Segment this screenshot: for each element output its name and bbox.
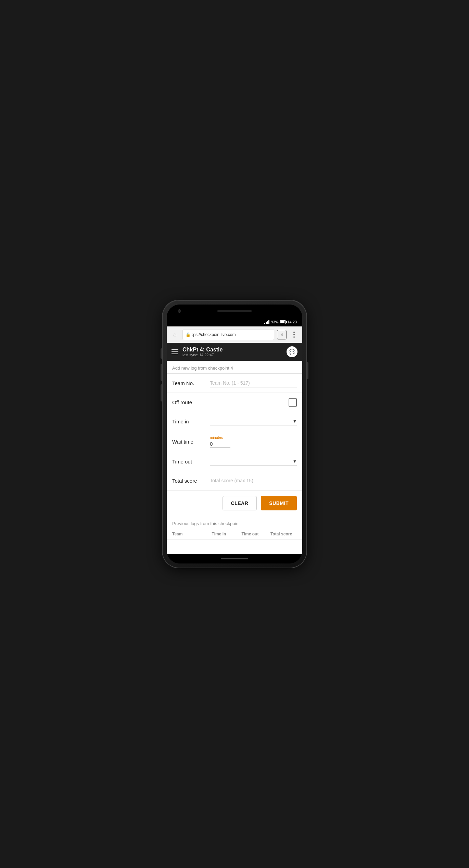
camera-dot (178, 309, 181, 313)
col-time-out: Time out (234, 532, 266, 536)
silent-button[interactable] (161, 384, 162, 401)
wait-time-label: Wait time (172, 439, 210, 445)
volume-up-button[interactable] (161, 348, 162, 359)
browser-tabs-button[interactable]: 4 (277, 330, 287, 339)
total-score-input[interactable] (210, 476, 297, 485)
wait-time-input-area: minutes (210, 435, 297, 448)
total-score-label: Total score (172, 478, 210, 484)
team-no-row: Team No. (167, 374, 302, 393)
total-score-input-area (210, 476, 297, 485)
team-no-input[interactable] (210, 379, 297, 387)
col-total-score: Total score (266, 532, 297, 536)
hamburger-line-3 (172, 354, 178, 354)
wait-time-block: minutes (210, 435, 297, 448)
team-no-input-area (210, 379, 297, 387)
form-section-label: Add new log from checkpoint 4 (167, 361, 302, 374)
col-time-in: Time in (203, 532, 234, 536)
browser-chrome: ⌂ 🔒 :ps://checkpointlive.com 4 (167, 326, 302, 343)
time-out-row: Time out ▼ (167, 452, 302, 471)
phone-top-bar (167, 305, 302, 318)
minutes-label: minutes (210, 435, 297, 439)
chat-icon: 💬 (289, 349, 295, 355)
team-no-label: Team No. (172, 380, 210, 386)
signal-icon (264, 320, 269, 324)
time-out-arrow: ▼ (293, 459, 297, 464)
buttons-row: CLEAR SUBMIT (167, 491, 302, 516)
prev-logs-label: Previous logs from this checkpoint (167, 516, 302, 529)
status-bar: 93% 14:23 (167, 318, 302, 326)
wait-time-input[interactable] (210, 440, 230, 448)
home-indicator[interactable] (221, 558, 248, 559)
total-score-row: Total score (167, 471, 302, 491)
browser-home-button[interactable]: ⌂ (170, 330, 180, 339)
menu-dot-2 (293, 334, 295, 335)
off-route-row: Off route (167, 393, 302, 412)
clear-button[interactable]: CLEAR (223, 496, 257, 510)
time-in-input-area: ▼ (210, 418, 297, 425)
power-button[interactable] (307, 362, 308, 379)
hamburger-line-1 (172, 349, 178, 350)
app-title: ChkPt 4: Castle (182, 347, 223, 353)
address-text: :ps://checkpointlive.com (192, 332, 271, 337)
logs-table-header: Team Time in Time out Total score (167, 529, 302, 540)
off-route-checkbox[interactable] (289, 398, 297, 407)
battery-percent: 93% (271, 320, 278, 324)
header-left: ChkPt 4: Castle last sync: 14:22:47 (172, 347, 223, 357)
col-team: Team (172, 532, 203, 536)
tabs-count: 4 (281, 333, 283, 337)
battery-icon (280, 320, 286, 324)
hamburger-line-2 (172, 351, 178, 352)
menu-dot-3 (293, 336, 295, 338)
time-out-input-area: ▼ (210, 458, 297, 466)
browser-menu-button[interactable] (289, 330, 299, 339)
speaker-bar (217, 310, 252, 312)
chat-button[interactable]: 💬 (287, 346, 297, 357)
volume-down-button[interactable] (161, 364, 162, 381)
off-route-input-area (210, 398, 297, 407)
submit-button[interactable]: SUBMIT (261, 496, 297, 510)
wait-time-row: Wait time minutes (167, 431, 302, 452)
lock-icon: 🔒 (186, 332, 191, 337)
address-bar[interactable]: 🔒 :ps://checkpointlive.com (182, 329, 274, 340)
time-in-row: Time in ▼ (167, 412, 302, 431)
time-out-label: Time out (172, 459, 210, 464)
time-in-label: Time in (172, 419, 210, 424)
clock: 14:23 (287, 320, 297, 324)
app-subtitle: last sync: 14:22:47 (182, 353, 223, 357)
header-title-block: ChkPt 4: Castle last sync: 14:22:47 (182, 347, 223, 357)
app-header: ChkPt 4: Castle last sync: 14:22:47 💬 (167, 343, 302, 361)
off-route-label: Off route (172, 399, 210, 405)
main-content: Add new log from checkpoint 4 Team No. O… (167, 361, 302, 554)
menu-dot-1 (293, 332, 295, 333)
hamburger-menu[interactable] (172, 349, 178, 354)
home-icon: ⌂ (173, 332, 177, 338)
phone-bottom (167, 554, 302, 563)
time-in-arrow: ▼ (293, 419, 297, 424)
time-in-select[interactable]: ▼ (210, 418, 297, 425)
time-out-select[interactable]: ▼ (210, 458, 297, 466)
